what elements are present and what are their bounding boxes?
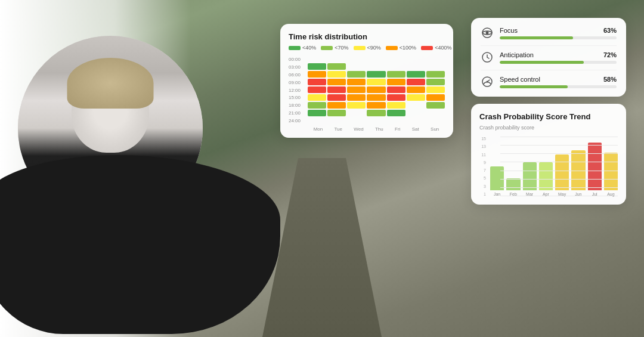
crash-chart-wrapper: 15131197531 JanFebMarAprMayJunJulAug xyxy=(479,137,618,196)
y-axis-label: 1 xyxy=(479,192,486,196)
heatmap-legend: <40%<70%<90%<100%<400% xyxy=(289,45,445,51)
right-panels: Focus63% Anticipation72% Speed control58… xyxy=(471,18,626,205)
bar-rect xyxy=(490,166,504,190)
legend-color xyxy=(289,46,301,50)
heatmap-cell xyxy=(327,118,346,124)
bar-column: Jul xyxy=(588,143,602,196)
legend-item: <70% xyxy=(321,45,348,51)
bar-rect xyxy=(539,162,553,190)
bar-label: Aug xyxy=(607,192,614,196)
metric-name: Focus xyxy=(500,27,518,34)
metric-label-row: Focus63% xyxy=(500,27,617,34)
metric-row: Anticipation72% xyxy=(481,51,617,64)
legend-item: <90% xyxy=(354,45,381,51)
bar-column: Feb xyxy=(506,178,520,196)
metric-bar-fill xyxy=(500,85,568,88)
metric-value: 72% xyxy=(603,51,617,58)
day-label: Wed xyxy=(354,126,363,132)
heatmap-cell xyxy=(367,55,385,62)
crash-card-title: Crash Probability Score Trend xyxy=(479,112,618,121)
legend-color xyxy=(321,46,333,50)
time-label: 00:00 xyxy=(289,57,305,62)
heatmap-cell xyxy=(426,86,445,93)
bar-rect xyxy=(523,162,537,190)
legend-label: <100% xyxy=(400,45,416,51)
heatmap-cell xyxy=(327,94,346,101)
time-label: 21:00 xyxy=(289,110,305,116)
metric-info: Focus63% xyxy=(500,27,617,39)
time-label: 24:00 xyxy=(289,118,305,123)
time-label: 09:00 xyxy=(289,80,305,85)
heatmap-cell xyxy=(327,63,346,70)
metric-name: Anticipation xyxy=(500,51,534,58)
day-label: Tue xyxy=(335,126,343,132)
bar-label: Feb xyxy=(510,192,517,196)
metrics-card: Focus63% Anticipation72% Speed control58… xyxy=(471,18,626,97)
bar-label: Mar xyxy=(526,192,533,196)
y-axis-label: 11 xyxy=(479,153,486,157)
heatmap-cell xyxy=(308,55,326,62)
heatmap-cell xyxy=(327,79,346,85)
day-label: Mon xyxy=(314,126,323,132)
heatmap-cell xyxy=(367,63,385,70)
heatmap-cell xyxy=(347,55,366,62)
heatmap-cell xyxy=(387,63,405,70)
heatmap-cell xyxy=(387,102,405,109)
heatmap-row xyxy=(308,118,445,124)
metric-bar-bg xyxy=(500,61,617,64)
day-label: Thu xyxy=(375,126,383,132)
metric-label-row: Anticipation72% xyxy=(500,51,617,58)
heatmap-cell xyxy=(347,102,366,109)
heatmap-cell xyxy=(327,55,346,62)
metric-value: 63% xyxy=(603,27,617,34)
legend-item: <40% xyxy=(289,45,316,51)
heatmap-time-labels: 00:0003:0006:0009:0012:0015:0018:0021:00… xyxy=(289,55,305,132)
heatmap-row xyxy=(308,86,445,93)
heatmap-title: Time risk distribution xyxy=(289,32,445,41)
bar-label: Jun xyxy=(575,192,581,196)
bar-rect xyxy=(604,153,618,190)
heatmap-cell xyxy=(407,86,425,93)
heatmap-cell xyxy=(407,55,425,62)
metric-label-row: Speed control58% xyxy=(500,76,617,83)
heatmap-cell xyxy=(426,118,445,124)
heatmap-cell xyxy=(308,110,326,116)
metric-bar-bg xyxy=(500,36,617,39)
heatmap-row xyxy=(308,55,445,62)
heatmap-row xyxy=(308,102,445,109)
heatmap-row xyxy=(308,63,445,70)
metric-bar-fill xyxy=(500,36,573,39)
svg-point-1 xyxy=(486,32,489,35)
bar-chart-area-wrapper: JanFebMarAprMayJunJulAug xyxy=(490,137,618,196)
metric-row: Speed control58% xyxy=(481,75,617,88)
heatmap-day-labels: MonTueWedThuFriSatSun xyxy=(308,126,445,132)
heatmap-cell xyxy=(327,71,346,78)
y-axis-label: 15 xyxy=(479,137,486,141)
bar-label: Jul xyxy=(592,192,597,196)
legend-label: <90% xyxy=(367,45,381,51)
heatmap-cell xyxy=(367,94,385,101)
heatmap-cell xyxy=(327,110,346,116)
svg-point-5 xyxy=(487,81,488,83)
bar-column: May xyxy=(555,154,569,196)
legend-color xyxy=(386,46,398,50)
bar-rect xyxy=(555,154,569,190)
heatmap-cell xyxy=(327,86,346,93)
day-label: Fri xyxy=(395,126,400,132)
metric-divider xyxy=(481,45,617,46)
heatmap-cell xyxy=(387,118,405,124)
avatar-container xyxy=(18,24,221,316)
heatmap-cell xyxy=(308,94,326,101)
metric-info: Anticipation72% xyxy=(500,51,617,64)
bar-label: Apr xyxy=(543,192,549,196)
heatmap-cell xyxy=(308,71,326,78)
bar-chart-area: JanFebMarAprMayJunJulAug xyxy=(490,137,618,196)
metric-name: Speed control xyxy=(500,76,540,83)
heatmap-cell xyxy=(426,110,445,116)
day-label: Sun xyxy=(431,126,439,132)
heatmap-cell xyxy=(308,118,326,124)
legend-label: <70% xyxy=(335,45,348,51)
heatmap-row xyxy=(308,79,445,85)
legend-color xyxy=(421,46,433,50)
heatmap-row xyxy=(308,110,445,116)
